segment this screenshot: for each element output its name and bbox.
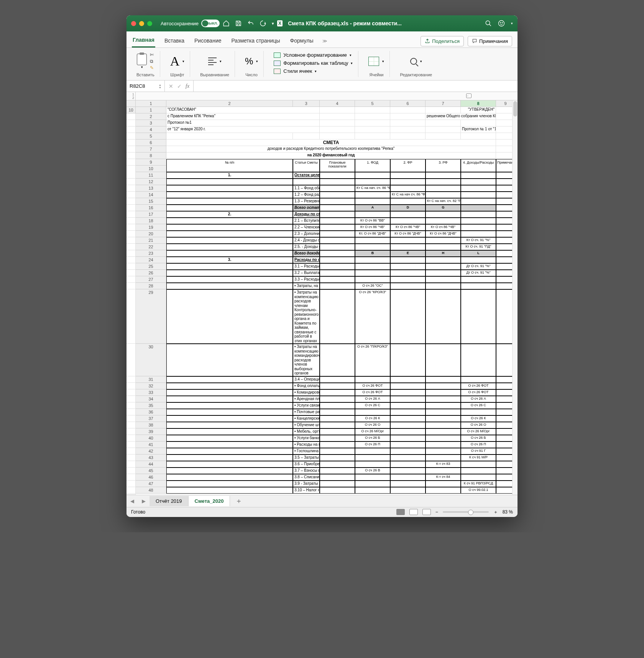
- autosave-label: Автосохранение: [161, 21, 199, 26]
- formula-input[interactable]: [194, 80, 518, 92]
- search-icon[interactable]: [485, 20, 492, 27]
- row-header[interactable]: 2: [136, 113, 166, 120]
- conditional-formatting-button[interactable]: Условное форматирование ▾: [274, 51, 351, 59]
- svg-point-2: [500, 23, 501, 23]
- fx-icon[interactable]: fx: [186, 83, 189, 89]
- row-header[interactable]: 8: [136, 153, 166, 159]
- row-header[interactable]: 6: [136, 139, 166, 146]
- format-painter-icon[interactable]: ✎: [150, 65, 154, 71]
- view-page-layout-button[interactable]: [409, 509, 418, 515]
- format-as-table-button[interactable]: Форматировать как таблицу ▾: [274, 59, 353, 67]
- ribbon-tab-draw[interactable]: Рисование: [194, 35, 222, 47]
- zoom-window-button[interactable]: [147, 21, 152, 26]
- ribbon-group-label: Число: [245, 72, 258, 77]
- account-caret[interactable]: ▾: [511, 21, 513, 25]
- ribbon-group-label: Выравнивание: [200, 72, 229, 77]
- ribbon-group-label: Шрифт: [170, 72, 184, 77]
- ribbon-group-number: %▾ Число: [240, 51, 264, 77]
- row-header[interactable]: 1: [136, 107, 166, 113]
- comments-button[interactable]: Примечания: [468, 36, 512, 46]
- undo-icon[interactable]: [247, 20, 254, 27]
- formula-bar-row: R82C8 ▲▼ ✕ ✓ fx: [127, 80, 518, 92]
- view-page-break-button[interactable]: [422, 509, 431, 515]
- close-window-button[interactable]: [131, 21, 136, 26]
- column-header[interactable]: 5: [355, 100, 390, 107]
- column-header[interactable]: 7: [426, 100, 461, 107]
- table-header[interactable]: № п/п: [166, 159, 293, 172]
- spreadsheet-grid[interactable]: 123456789101"СОГЛАСОВАН""УТВЕРЖДЕН"2с Пр…: [127, 100, 518, 495]
- table-header[interactable]: Плановые показатели: [320, 159, 355, 172]
- zoom-level: 83 %: [503, 509, 513, 515]
- save-icon[interactable]: [235, 20, 242, 27]
- status-text: Готово: [131, 509, 145, 515]
- ribbon-group-styles: Условное форматирование ▾ Форматировать …: [268, 51, 358, 77]
- ribbon-group-alignment: ▾ Выравнивание: [195, 51, 235, 77]
- cells-icon[interactable]: [368, 57, 379, 66]
- zoom-in-button[interactable]: ＋: [493, 509, 498, 515]
- cell-styles-button[interactable]: Стили ячеек ▾: [274, 67, 317, 75]
- ribbon-group-font: A▾ Шрифт: [165, 51, 191, 77]
- add-sheet-button[interactable]: ＋: [230, 496, 248, 505]
- ribbon: ▾ ✄ ⧉ ✎ Вставить A▾ Шрифт ▾ Выравнивание…: [127, 48, 518, 80]
- redo-icon[interactable]: [260, 20, 266, 27]
- sheet-nav-next[interactable]: ▶: [138, 498, 150, 504]
- ribbon-tab-home[interactable]: Главная: [132, 34, 155, 48]
- ribbon-tabs: Главная Вставка Рисование Разметка стран…: [127, 31, 518, 48]
- table-header[interactable]: 2. ФР: [390, 159, 426, 172]
- ribbon-group-label: Ячейки: [369, 72, 383, 77]
- svg-point-3: [502, 23, 503, 23]
- table-header[interactable]: 3. РФ: [426, 159, 461, 172]
- vertical-scrollbar[interactable]: [512, 100, 518, 495]
- table-header[interactable]: 4. Доходы/Расходы: [461, 159, 496, 172]
- sheet-nav-prev[interactable]: ◀: [127, 498, 138, 504]
- column-header[interactable]: 6: [390, 100, 426, 107]
- zoom-out-button[interactable]: −: [435, 509, 438, 515]
- ribbon-tab-insert[interactable]: Вставка: [164, 35, 185, 47]
- sheet-tab[interactable]: Отчёт 2019: [150, 496, 189, 506]
- cut-icon[interactable]: ✄: [150, 52, 154, 57]
- autosave-toggle[interactable]: ВЫКЛ.: [201, 20, 220, 27]
- sheet-tabs: ◀ ▶ Отчёт 2019 Смета_2020 ＋: [127, 495, 518, 507]
- column-header[interactable]: 8: [461, 100, 496, 107]
- font-icon[interactable]: A: [170, 55, 180, 68]
- number-format-icon[interactable]: %: [245, 56, 253, 67]
- cancel-formula-icon[interactable]: ✕: [169, 83, 173, 89]
- sheet-tab-active[interactable]: Смета_2020: [189, 496, 230, 506]
- ribbon-group-clipboard: ▾ ✄ ⧉ ✎ Вставить: [131, 51, 160, 77]
- account-icon[interactable]: [498, 20, 505, 27]
- zoom-slider[interactable]: [443, 511, 489, 513]
- document-title: Смета КПК образец.xls - режим совмести..…: [288, 20, 402, 26]
- ribbon-tabs-more[interactable]: ≫: [322, 38, 327, 44]
- column-header[interactable]: 1: [136, 100, 166, 107]
- ruler: 12 −: [127, 92, 518, 100]
- minimize-window-button[interactable]: [139, 21, 144, 26]
- row-header[interactable]: 5: [136, 133, 166, 139]
- svg-point-0: [486, 21, 490, 25]
- home-icon[interactable]: [223, 20, 230, 27]
- table-header[interactable]: 1. ФОД: [355, 159, 390, 172]
- ruler-handle[interactable]: −: [466, 94, 472, 98]
- accept-formula-icon[interactable]: ✓: [177, 83, 182, 89]
- ribbon-tab-formulas[interactable]: Формулы: [289, 35, 314, 47]
- ribbon-tab-layout[interactable]: Разметка страницы: [231, 35, 281, 47]
- titlebar: Автосохранение ВЫКЛ. ▾ X Смета КПК образ…: [127, 15, 518, 31]
- view-normal-button[interactable]: [396, 509, 405, 515]
- ribbon-group-label: Вставить: [136, 72, 154, 77]
- row-header[interactable]: 7: [136, 146, 166, 153]
- share-button[interactable]: Поделиться: [421, 36, 464, 46]
- column-header[interactable]: 10: [127, 107, 136, 113]
- copy-icon[interactable]: ⧉: [150, 59, 154, 64]
- find-icon[interactable]: [410, 58, 417, 65]
- name-box[interactable]: R82C8 ▲▼: [127, 80, 165, 92]
- column-header[interactable]: 2: [166, 100, 293, 107]
- autosave-control[interactable]: Автосохранение ВЫКЛ.: [161, 20, 220, 27]
- alignment-icon[interactable]: [208, 57, 217, 65]
- column-header[interactable]: [127, 100, 136, 107]
- qat-more[interactable]: ▾: [272, 21, 274, 26]
- row-header[interactable]: 4: [136, 126, 166, 133]
- column-header[interactable]: 3: [293, 100, 320, 107]
- table-header[interactable]: Статьи Сметы: [293, 159, 320, 172]
- row-header[interactable]: 3: [136, 120, 166, 126]
- paste-button[interactable]: ▾: [137, 54, 147, 69]
- column-header[interactable]: 4: [320, 100, 355, 107]
